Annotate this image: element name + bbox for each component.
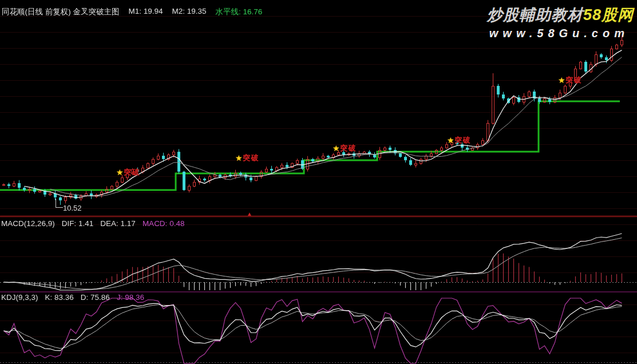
breakout-marker: ★突破 [116,167,140,177]
breakout-marker: ★突破 [235,153,259,163]
breakout-marker: ★突破 [447,135,471,145]
breakout-text: 突破 [566,75,582,85]
breakout-text: 突破 [243,153,259,163]
divider-tick-marker: ▲ [247,211,252,217]
macd-name: MACD(12,26,9) [1,219,55,228]
breakout-text: 突破 [124,167,140,177]
kdj-j-value: J: 98.36 [117,293,144,302]
kdj-d-value: D: 75.86 [81,293,110,302]
kdj-indicator-label: KDJ(9,3,3) K: 83.36 D: 75.86 J: 98.36 [1,293,144,302]
star-icon: ★ [333,144,340,153]
low-point-bracket [56,199,63,208]
main-macd-divider [0,216,637,217]
horizontal-line-value: 水平线: 16.76 [216,7,263,17]
macd-hist-value: MACD: 0.48 [143,219,185,228]
breakout-marker: ★突破 [333,143,357,153]
ma2-value: M2: 19.35 [172,7,207,17]
star-icon: ★ [235,153,243,163]
chart-title: 同花顺(日线 前复权) 金叉突破主图 [2,7,120,17]
star-icon: ★ [116,168,124,177]
macd-dea-value: DEA: 1.17 [100,219,136,228]
stock-chart-app: 炒股輔助教材58股网 www.58Gu.com 同花顺(日线 前复权) 金叉突破… [0,0,637,364]
kdj-name: KDJ(9,3,3) [1,293,38,302]
breakout-text: 突破 [455,135,471,145]
kdj-k-value: K: 83.36 [45,293,74,302]
macd-indicator-label: MACD(12,26,9) DIF: 1.41 DEA: 1.17 MACD: … [1,219,184,228]
low-price-label: 10.52 [63,204,82,212]
star-icon: ★ [447,136,454,145]
macd-kdj-divider [0,291,637,292]
macd-dif-value: DIF: 1.41 [62,219,94,228]
chart-header: 同花顺(日线 前复权) 金叉突破主图 M1: 19.94 M2: 19.35 水… [2,7,262,17]
ma1-value: M1: 19.94 [129,7,163,17]
star-icon: ★ [558,76,565,85]
breakout-text: 突破 [341,143,357,153]
candlestick-chart-canvas[interactable] [0,0,637,364]
breakout-marker: ★突破 [558,75,582,85]
